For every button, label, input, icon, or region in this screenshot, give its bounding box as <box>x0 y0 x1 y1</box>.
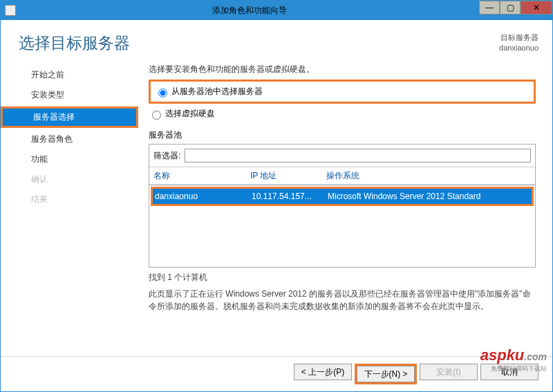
radio-server-pool-input[interactable] <box>158 88 167 97</box>
titlebar[interactable]: 添加角色和功能向导 — ▢ ✕ <box>1 1 552 20</box>
cancel-button[interactable]: 取消 <box>480 364 538 380</box>
next-button[interactable]: 下一步(N) > <box>357 366 415 382</box>
description-text: 此页显示了正在运行 Windows Server 2012 的服务器以及那些已经… <box>149 288 536 312</box>
sidebar-item-before-you-begin[interactable]: 开始之前 <box>1 66 136 84</box>
page-title: 选择目标服务器 <box>19 32 499 54</box>
column-ip[interactable]: IP 地址 <box>250 170 326 182</box>
radio-vhd-input[interactable] <box>152 111 161 120</box>
sidebar-item-installation-type[interactable]: 安装类型 <box>1 86 136 104</box>
radio-server-pool-label: 从服务器池中选择服务器 <box>171 86 263 97</box>
maximize-button[interactable]: ▢ <box>500 1 521 15</box>
radio-server-pool[interactable]: 从服务器池中选择服务器 <box>155 86 529 97</box>
radio-pool-highlight: 从服务器池中选择服务器 <box>149 80 536 104</box>
filter-input[interactable] <box>185 149 531 162</box>
radio-vhd-label: 选择虚拟硬盘 <box>165 108 215 120</box>
column-os[interactable]: 操作系统 <box>326 170 531 182</box>
destination-label: 目标服务器 <box>499 32 538 43</box>
destination-value: danxiaonuo <box>499 43 538 53</box>
sidebar-item-server-roles[interactable]: 服务器角色 <box>1 131 136 148</box>
sidebar-item-features[interactable]: 功能 <box>1 151 136 168</box>
prev-button[interactable]: < 上一步(P) <box>294 364 352 380</box>
cell-os: Microsoft Windows Server 2012 Standard <box>328 192 529 201</box>
found-count: 找到 1 个计算机 <box>149 272 536 283</box>
wizard-footer: < 上一步(P) 下一步(N) > 安装(I) 取消 <box>1 356 552 391</box>
grid-empty-space <box>149 207 535 267</box>
server-pool-label: 服务器池 <box>149 129 536 141</box>
window-title: 添加角色和功能向导 <box>20 5 479 17</box>
wizard-sidebar: 开始之前 安装类型 服务器选择 服务器角色 功能 确认 结果 <box>1 64 136 356</box>
close-button[interactable]: ✕ <box>521 1 552 15</box>
content-area: 选择要安装角色和功能的服务器或虚拟硬盘。 从服务器池中选择服务器 选择虚拟硬盘 … <box>136 64 552 356</box>
sidebar-item-server-selection[interactable]: 服务器选择 <box>1 106 138 128</box>
prompt-text: 选择要安装角色和功能的服务器或虚拟硬盘。 <box>149 64 536 75</box>
column-name[interactable]: 名称 <box>153 170 250 182</box>
app-icon <box>5 5 16 16</box>
next-button-highlight: 下一步(N) > <box>355 364 417 384</box>
install-button: 安装(I) <box>420 364 478 380</box>
server-row[interactable]: danxiaonuo 10.117.54.157... Microsoft Wi… <box>153 189 532 204</box>
wizard-window: 添加角色和功能向导 — ▢ ✕ 选择目标服务器 目标服务器 danxiaonuo… <box>0 0 553 392</box>
destination-info: 目标服务器 danxiaonuo <box>499 32 538 54</box>
radio-vhd[interactable]: 选择虚拟硬盘 <box>149 108 536 120</box>
sidebar-item-confirmation: 确认 <box>1 171 136 188</box>
wizard-body: 选择目标服务器 目标服务器 danxiaonuo 开始之前 安装类型 服务器选择… <box>1 20 552 391</box>
filter-label: 筛选器: <box>153 150 180 162</box>
minimize-button[interactable]: — <box>479 1 500 15</box>
cell-ip: 10.117.54.157... <box>252 192 328 201</box>
grid-header: 名称 IP 地址 操作系统 <box>149 167 535 185</box>
sidebar-item-results: 结果 <box>1 191 136 208</box>
cell-name: danxiaonuo <box>155 192 252 201</box>
server-pool-box: 筛选器: 名称 IP 地址 操作系统 danxiaonuo 10.117.54.… <box>149 144 536 268</box>
selected-row-highlight: danxiaonuo 10.117.54.157... Microsoft Wi… <box>151 187 534 206</box>
